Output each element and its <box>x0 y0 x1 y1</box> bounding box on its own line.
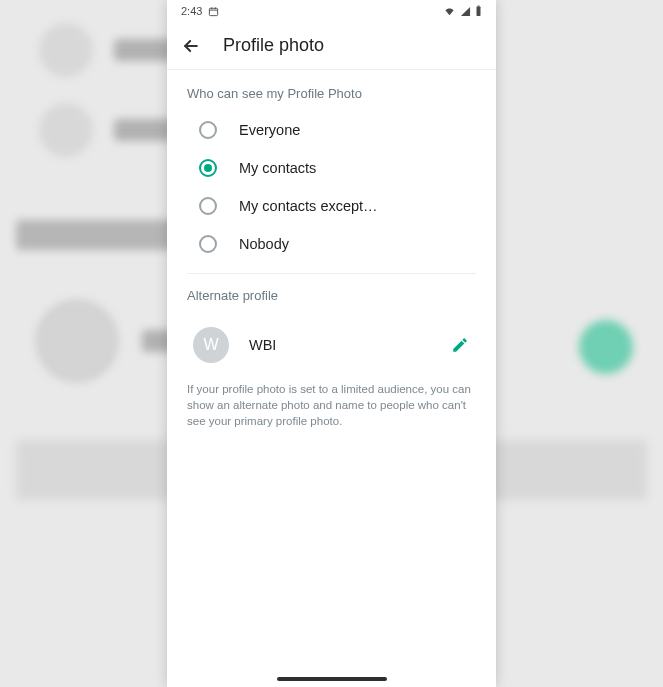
alternate-profile-row[interactable]: W WBI <box>167 313 496 377</box>
alternate-profile-name: WBI <box>249 337 424 353</box>
signal-icon <box>460 6 471 17</box>
battery-icon <box>475 5 482 17</box>
content-scroll[interactable]: Who can see my Profile Photo Everyone My… <box>167 70 496 687</box>
radio-label: Everyone <box>239 122 300 138</box>
svg-rect-0 <box>210 8 218 15</box>
radio-label: Nobody <box>239 236 289 252</box>
back-button[interactable] <box>181 36 201 56</box>
page-title: Profile photo <box>223 35 324 56</box>
status-time: 2:43 <box>181 5 202 17</box>
status-bar: 2:43 <box>167 0 496 22</box>
radio-label: My contacts except… <box>239 198 378 214</box>
privacy-heading: Who can see my Profile Photo <box>167 70 496 111</box>
privacy-option-nobody[interactable]: Nobody <box>167 225 496 263</box>
svg-rect-1 <box>477 7 481 17</box>
privacy-option-everyone[interactable]: Everyone <box>167 111 496 149</box>
calendar-icon <box>208 6 219 17</box>
radio-icon <box>199 235 217 253</box>
svg-rect-2 <box>478 6 480 7</box>
alternate-help-text: If your profile photo is set to a limite… <box>167 377 496 429</box>
radio-icon <box>199 121 217 139</box>
privacy-option-my-contacts[interactable]: My contacts <box>167 149 496 187</box>
pencil-icon <box>451 336 469 354</box>
edit-button[interactable] <box>444 329 476 361</box>
radio-icon <box>199 197 217 215</box>
radio-icon <box>199 159 217 177</box>
privacy-option-my-contacts-except[interactable]: My contacts except… <box>167 187 496 225</box>
avatar: W <box>193 327 229 363</box>
app-bar: Profile photo <box>167 22 496 70</box>
alternate-heading: Alternate profile <box>167 274 496 313</box>
gesture-bar[interactable] <box>277 677 387 681</box>
wifi-icon <box>443 6 456 17</box>
phone-frame: 2:43 Profile photo Who can see my Profil… <box>167 0 496 687</box>
radio-label: My contacts <box>239 160 316 176</box>
